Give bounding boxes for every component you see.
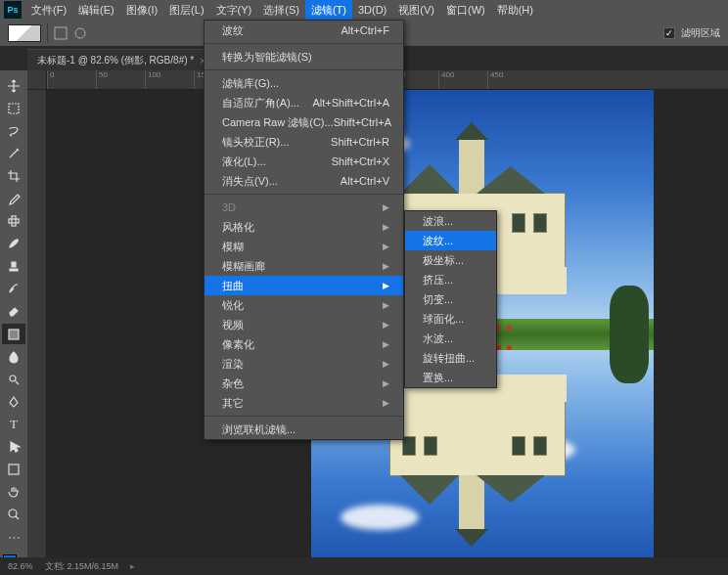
blur-tool[interactable]: [2, 346, 25, 367]
svg-rect-3: [12, 216, 16, 226]
lasso-tool[interactable]: [2, 120, 25, 141]
document-tab[interactable]: 未标题-1 @ 82.6% (倒影, RGB/8#) * ×: [27, 49, 216, 70]
svg-rect-0: [55, 27, 67, 39]
history-brush-tool[interactable]: [2, 279, 25, 299]
filter-adaptive-wide[interactable]: 自适应广角(A)...Alt+Shift+Ctrl+A: [205, 93, 403, 112]
ruler-origin[interactable]: [27, 70, 47, 90]
svg-point-8: [9, 509, 17, 517]
filter-vanishing-point[interactable]: 消失点(V)...Alt+Ctrl+V: [205, 171, 403, 191]
pen-tool[interactable]: [2, 391, 25, 412]
filter-noise[interactable]: 杂色▶: [205, 374, 403, 393]
eraser-tool[interactable]: [2, 301, 25, 322]
gradient-swatch[interactable]: [8, 24, 41, 42]
filter-browse-online[interactable]: 浏览联机滤镜...: [205, 420, 403, 439]
edit-toolbar-icon[interactable]: ⋯: [2, 527, 25, 548]
menu-select[interactable]: 选择(S): [257, 0, 305, 20]
filter-menu-dropdown: 波纹Alt+Ctrl+F 转换为智能滤镜(S) 滤镜库(G)... 自适应广角(…: [204, 20, 404, 440]
menu-image[interactable]: 图像(I): [120, 0, 163, 20]
filter-liquify[interactable]: 液化(L)...Shift+Ctrl+X: [205, 152, 403, 171]
menu-type[interactable]: 文字(Y): [210, 0, 258, 20]
distort-displace[interactable]: 置换...: [405, 368, 496, 387]
gradient-tool[interactable]: [2, 324, 25, 344]
menu-edit[interactable]: 编辑(E): [72, 0, 120, 20]
distort-shear[interactable]: 切变...: [405, 289, 496, 309]
filter-video[interactable]: 视频▶: [205, 315, 403, 334]
filter-blur[interactable]: 模糊▶: [205, 237, 403, 256]
svg-rect-5: [9, 330, 19, 339]
svg-rect-7: [9, 464, 19, 474]
radial-gradient-icon[interactable]: [73, 26, 87, 40]
status-bar: 82.6% 文档: 2.15M/6.15M ▸: [0, 557, 728, 575]
separator: [47, 23, 48, 43]
filter-lens-correction[interactable]: 镜头校正(R)...Shift+Ctrl+R: [205, 132, 403, 152]
shape-tool[interactable]: [2, 460, 25, 480]
filter-last[interactable]: 波纹Alt+Ctrl+F: [205, 21, 403, 40]
linear-gradient-icon[interactable]: [54, 26, 68, 40]
zoom-tool[interactable]: [2, 505, 25, 525]
vertical-ruler[interactable]: [27, 90, 47, 575]
menu-bar: Ps 文件(F) 编辑(E) 图像(I) 图层(L) 文字(Y) 选择(S) 滤…: [0, 0, 728, 20]
type-tool[interactable]: T: [2, 414, 25, 434]
distort-twirl[interactable]: 旋转扭曲...: [405, 348, 496, 368]
distort-spherize[interactable]: 球面化...: [405, 309, 496, 329]
filter-render[interactable]: 渲染▶: [205, 354, 403, 374]
path-select-tool[interactable]: [2, 437, 25, 458]
menu-filter[interactable]: 滤镜(T): [305, 0, 352, 20]
filter-gallery[interactable]: 滤镜库(G)...: [205, 73, 403, 93]
distort-ripple[interactable]: 波纹...: [405, 231, 496, 250]
filter-other[interactable]: 其它▶: [205, 393, 403, 413]
distort-polar[interactable]: 极坐标...: [405, 250, 496, 270]
filter-sharpen[interactable]: 锐化▶: [205, 295, 403, 315]
svg-point-6: [10, 376, 16, 381]
menu-view[interactable]: 视图(V): [392, 0, 440, 20]
tool-palette: T ⋯: [0, 70, 27, 575]
svg-rect-4: [9, 219, 19, 223]
filter-stylize[interactable]: 风格化▶: [205, 217, 403, 237]
distort-zigzag[interactable]: 水波...: [405, 329, 496, 348]
magic-wand-tool[interactable]: [2, 143, 25, 163]
filter-pixelate[interactable]: 像素化▶: [205, 334, 403, 354]
status-doc-size[interactable]: 文档: 2.15M/6.15M: [45, 560, 119, 573]
menu-help[interactable]: 帮助(H): [491, 0, 539, 20]
transparency-checkbox[interactable]: ✓: [663, 27, 675, 39]
distort-wave[interactable]: 波浪...: [405, 211, 496, 231]
distort-pinch[interactable]: 挤压...: [405, 270, 496, 289]
app-logo: Ps: [4, 1, 22, 19]
menu-window[interactable]: 窗口(W): [440, 0, 491, 20]
status-zoom[interactable]: 82.6%: [8, 561, 33, 571]
transparency-label: 滤明区域: [681, 26, 720, 40]
eyedropper-tool[interactable]: [2, 188, 25, 208]
filter-distort[interactable]: 扭曲▶: [205, 276, 403, 295]
distort-submenu: 波浪... 波纹... 极坐标... 挤压... 切变... 球面化... 水波…: [404, 210, 497, 388]
move-tool[interactable]: [2, 75, 25, 96]
menu-file[interactable]: 文件(F): [25, 0, 72, 20]
healing-tool[interactable]: [2, 211, 25, 232]
stamp-tool[interactable]: [2, 256, 25, 277]
filter-convert-smart[interactable]: 转换为智能滤镜(S): [205, 47, 403, 66]
dodge-tool[interactable]: [2, 369, 25, 389]
filter-blur-gallery[interactable]: 模糊画廊▶: [205, 256, 403, 276]
menu-3d[interactable]: 3D(D): [352, 0, 392, 20]
filter-3d[interactable]: 3D▶: [205, 198, 403, 217]
filter-camera-raw[interactable]: Camera Raw 滤镜(C)...Shift+Ctrl+A: [205, 112, 403, 132]
document-tab-title: 未标题-1 @ 82.6% (倒影, RGB/8#) *: [37, 54, 194, 67]
hand-tool[interactable]: [2, 482, 25, 503]
svg-rect-2: [9, 104, 19, 113]
svg-point-1: [75, 28, 85, 38]
status-arrow-icon[interactable]: ▸: [130, 561, 135, 571]
marquee-tool[interactable]: [2, 98, 25, 118]
menu-layer[interactable]: 图层(L): [163, 0, 209, 20]
brush-tool[interactable]: [2, 234, 25, 254]
crop-tool[interactable]: [2, 165, 25, 186]
